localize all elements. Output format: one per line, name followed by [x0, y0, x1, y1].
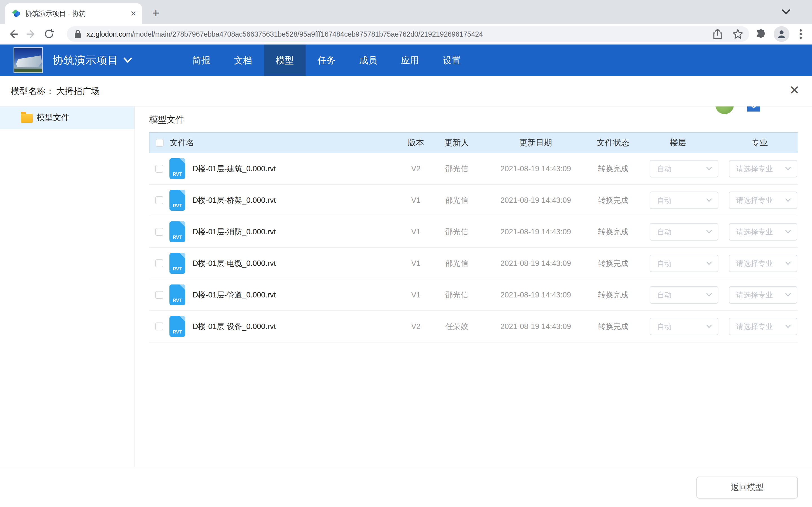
chevron-down-icon — [785, 230, 791, 234]
col-header-date: 更新日期 — [479, 137, 592, 149]
row-checkbox[interactable] — [155, 196, 163, 204]
file-update-date: 2021-08-19 14:43:09 — [479, 259, 592, 268]
floor-select[interactable]: 自动 — [650, 223, 718, 240]
col-header-version: 版本 — [398, 137, 434, 149]
file-name[interactable]: D楼-01层-消防_0.000.rvt — [193, 227, 276, 237]
chevron-down-icon — [706, 293, 712, 297]
bookmark-star-icon[interactable] — [732, 29, 744, 40]
table-body: RVT D楼-01层-建筑_0.000.rvt V2 邵光信 2021-08-1… — [149, 153, 798, 342]
url-path: /model/main/278b7967ebba4708ac566375631b… — [132, 30, 483, 38]
extensions-icon[interactable] — [755, 28, 767, 40]
rvt-file-icon: RVT — [169, 190, 185, 211]
file-name[interactable]: D楼-01层-桥架_0.000.rvt — [193, 195, 276, 205]
file-name[interactable]: D楼-01层-管道_0.000.rvt — [193, 290, 276, 300]
chevron-down-icon — [706, 167, 712, 171]
nav-item[interactable]: 成员 — [347, 45, 389, 76]
reload-icon[interactable] — [43, 28, 55, 40]
lock-icon — [74, 30, 82, 39]
file-update-date: 2021-08-19 14:43:09 — [479, 165, 592, 173]
col-header-name: 文件名 — [170, 137, 398, 149]
page-title: 模型文件 — [149, 114, 812, 126]
rvt-file-icon: RVT — [169, 221, 185, 242]
new-tab-button[interactable]: + — [152, 6, 160, 20]
chevron-down-icon — [706, 262, 712, 265]
chevron-down-icon — [706, 198, 712, 202]
table-row: RVT D楼-01层-电缆_0.000.rvt V1 邵光信 2021-08-1… — [149, 248, 798, 279]
sidebar-item-model-files[interactable]: 模型文件 — [0, 107, 135, 129]
project-switcher[interactable]: 协筑演示项目 — [52, 45, 133, 76]
floor-select[interactable]: 自动 — [650, 318, 718, 335]
content-area: 模型文件 模型文件 文件名 版本 更新人 更新日期 文件状态 楼层 专业 RVT… — [0, 107, 812, 467]
discipline-select[interactable]: 请选择专业 — [729, 286, 797, 304]
floor-select[interactable]: 自动 — [650, 160, 718, 177]
row-checkbox[interactable] — [155, 228, 163, 236]
file-updater: 邵光信 — [434, 164, 479, 174]
url-text: xz.glodon.com/model/main/278b7967ebba470… — [87, 30, 707, 38]
discipline-select[interactable]: 请选择专业 — [729, 255, 797, 272]
row-checkbox[interactable] — [155, 165, 163, 173]
tab-close-icon[interactable]: ✕ — [130, 9, 137, 18]
rvt-file-icon: RVT — [169, 284, 185, 305]
url-bar[interactable]: xz.glodon.com/model/main/278b7967ebba470… — [67, 26, 749, 42]
file-version: V1 — [398, 196, 434, 205]
discipline-select[interactable]: 请选择专业 — [729, 318, 797, 335]
discipline-select[interactable]: 请选择专业 — [729, 223, 797, 240]
file-status: 转换完成 — [592, 164, 635, 174]
file-version: V2 — [398, 322, 434, 331]
select-all-checkbox[interactable] — [156, 139, 163, 147]
table-row: RVT D楼-01层-建筑_0.000.rvt V2 邵光信 2021-08-1… — [149, 153, 798, 185]
table-row: RVT D楼-01层-消防_0.000.rvt V1 邵光信 2021-08-1… — [149, 216, 798, 248]
chevron-down-icon — [785, 262, 791, 265]
sidebar-item-label: 模型文件 — [37, 112, 69, 123]
forward-icon[interactable] — [26, 28, 38, 40]
file-name[interactable]: D楼-01层-设备_0.000.rvt — [193, 321, 276, 332]
discipline-select[interactable]: 请选择专业 — [729, 191, 797, 209]
tab-title: 协筑演示项目 - 协筑 — [26, 9, 126, 18]
project-name: 协筑演示项目 — [52, 53, 118, 68]
file-updater: 邵光信 — [434, 258, 479, 269]
tab-search-chevron-icon[interactable] — [780, 8, 792, 16]
chevron-down-icon — [706, 325, 712, 328]
file-version: V1 — [398, 228, 434, 236]
browser-profile-avatar[interactable] — [774, 26, 790, 42]
file-version: V1 — [398, 259, 434, 268]
table-row: RVT D楼-01层-管道_0.000.rvt V1 邵光信 2021-08-1… — [149, 279, 798, 311]
project-logo — [13, 47, 43, 73]
chevron-down-icon — [785, 198, 791, 202]
nav-item[interactable]: 设置 — [431, 45, 472, 76]
table-header: 文件名 版本 更新人 更新日期 文件状态 楼层 专业 — [149, 132, 798, 153]
table-row: RVT D楼-01层-设备_0.000.rvt V2 任荣姣 2021-08-1… — [149, 311, 798, 342]
file-updater: 邵光信 — [434, 290, 479, 300]
url-domain: xz.glodon.com — [87, 30, 132, 38]
browser-tab-strip: 协筑演示项目 - 协筑 ✕ + — [0, 0, 812, 24]
nav-item[interactable]: 应用 — [389, 45, 431, 76]
floor-select[interactable]: 自动 — [650, 191, 718, 209]
back-to-model-button[interactable]: 返回模型 — [696, 476, 798, 499]
floor-select[interactable]: 自动 — [650, 255, 718, 272]
row-checkbox[interactable] — [155, 260, 163, 267]
chevron-down-icon — [785, 325, 791, 328]
browser-menu-icon[interactable] — [795, 28, 807, 40]
sidebar: 模型文件 — [0, 107, 135, 467]
floor-select[interactable]: 自动 — [650, 286, 718, 304]
nav-item[interactable]: 文档 — [222, 45, 264, 76]
chevron-down-icon — [785, 167, 791, 171]
model-name-value: 大拇指广场 — [56, 86, 100, 97]
main-panel: 模型文件 文件名 版本 更新人 更新日期 文件状态 楼层 专业 RVT D楼-0… — [135, 107, 812, 467]
file-update-date: 2021-08-19 14:43:09 — [479, 196, 592, 205]
discipline-select[interactable]: 请选择专业 — [729, 160, 797, 177]
nav-item[interactable]: 简报 — [181, 45, 222, 76]
file-update-date: 2021-08-19 14:43:09 — [479, 291, 592, 299]
file-updater: 邵光信 — [434, 227, 479, 237]
close-icon[interactable]: ✕ — [789, 84, 800, 96]
share-icon[interactable] — [712, 29, 723, 40]
file-name[interactable]: D楼-01层-电缆_0.000.rvt — [193, 258, 276, 269]
row-checkbox[interactable] — [155, 291, 163, 299]
nav-item[interactable]: 模型 — [264, 45, 306, 76]
file-name[interactable]: D楼-01层-建筑_0.000.rvt — [193, 164, 276, 174]
row-checkbox[interactable] — [155, 323, 163, 330]
browser-tab[interactable]: 协筑演示项目 - 协筑 ✕ — [5, 3, 142, 24]
back-icon[interactable] — [7, 28, 19, 40]
col-header-updater: 更新人 — [434, 137, 479, 149]
nav-item[interactable]: 任务 — [306, 45, 347, 76]
